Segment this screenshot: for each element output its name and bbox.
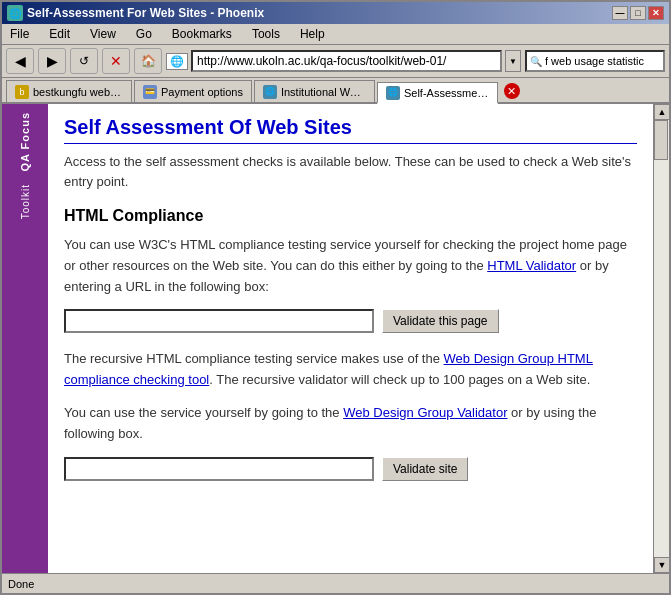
vertical-scrollbar: ▲ ▼ (653, 104, 669, 573)
toolbar: ◀ ▶ ↺ ✕ 🏠 🌐 ▼ 🔍 (2, 45, 669, 78)
status-text: Done (8, 578, 34, 590)
intro-paragraph: Access to the self assessment checks is … (64, 152, 637, 191)
section1-para2-end: . The recursive validator will check up … (209, 372, 590, 387)
forward-button[interactable]: ▶ (38, 48, 66, 74)
content-area: QA Focus Toolkit Self Assessment Of Web … (2, 104, 669, 573)
reload-button[interactable]: ↺ (70, 48, 98, 74)
menu-view[interactable]: View (86, 26, 120, 42)
url-input-2[interactable] (64, 457, 374, 481)
address-input[interactable] (191, 50, 502, 72)
close-button[interactable]: ✕ (648, 6, 664, 20)
web-design-group-validator-link[interactable]: Web Design Group Validator (343, 405, 507, 420)
url-input-1[interactable] (64, 309, 374, 333)
toolkit-label: Toolkit (20, 184, 31, 219)
tab-payment[interactable]: 💳 Payment options (134, 80, 252, 102)
menu-tools[interactable]: Tools (248, 26, 284, 42)
validate-site-row: Validate site (64, 457, 637, 481)
tab-label-2: Institutional Web Mana... (281, 86, 366, 98)
validate-site-button[interactable]: Validate site (382, 457, 468, 481)
section1-paragraph1: You can use W3C's HTML compliance testin… (64, 235, 637, 297)
validate-page-button[interactable]: Validate this page (382, 309, 499, 333)
tab-label-0: bestkungfu weblog » O... (33, 86, 123, 98)
scroll-track[interactable] (654, 120, 669, 557)
menu-go[interactable]: Go (132, 26, 156, 42)
section1-para2-start: The recursive HTML compliance testing se… (64, 351, 444, 366)
home-button[interactable]: 🏠 (134, 48, 162, 74)
tab-label-1: Payment options (161, 86, 243, 98)
tab-bestkungfu[interactable]: b bestkungfu weblog » O... (6, 80, 132, 102)
tab-icon-0: b (15, 85, 29, 99)
maximize-button[interactable]: □ (630, 6, 646, 20)
html-compliance-heading: HTML Compliance (64, 207, 637, 225)
status-bar: Done (2, 573, 669, 593)
back-button[interactable]: ◀ (6, 48, 34, 74)
menu-help[interactable]: Help (296, 26, 329, 42)
tab-icon-2: 🌐 (263, 85, 277, 99)
qa-focus-label: QA Focus (19, 112, 31, 172)
stop-button[interactable]: ✕ (102, 48, 130, 74)
window-title: Self-Assessment For Web Sites - Phoenix (27, 6, 264, 20)
scroll-down-button[interactable]: ▼ (654, 557, 669, 573)
html-validator-link[interactable]: HTML Validator (487, 258, 576, 273)
address-bar-container: 🌐 ▼ (166, 50, 521, 72)
section1-para3-start: You can use the service yourself by goin… (64, 405, 343, 420)
page-icon: 🌐 (170, 55, 184, 68)
main-content: Self Assessment Of Web Sites Access to t… (48, 104, 653, 573)
title-bar-left: 🌐 Self-Assessment For Web Sites - Phoeni… (7, 5, 264, 21)
scroll-up-button[interactable]: ▲ (654, 104, 669, 120)
tab-icon-3: 🌐 (386, 86, 400, 100)
menu-bar: File Edit View Go Bookmarks Tools Help (2, 24, 669, 45)
title-bar: 🌐 Self-Assessment For Web Sites - Phoeni… (2, 2, 669, 24)
page-title: Self Assessment Of Web Sites (64, 116, 637, 144)
tab-label-3: Self-Assessment Fo... (404, 87, 489, 99)
menu-bookmarks[interactable]: Bookmarks (168, 26, 236, 42)
minimize-button[interactable]: — (612, 6, 628, 20)
tab-icon-1: 💳 (143, 85, 157, 99)
tab-institutional[interactable]: 🌐 Institutional Web Mana... (254, 80, 375, 102)
browser-icon: 🌐 (7, 5, 23, 21)
scroll-thumb[interactable] (654, 120, 668, 160)
menu-file[interactable]: File (6, 26, 33, 42)
browser-window: 🌐 Self-Assessment For Web Sites - Phoeni… (0, 0, 671, 595)
address-dropdown[interactable]: ▼ (505, 50, 521, 72)
section1-paragraph2: The recursive HTML compliance testing se… (64, 349, 637, 391)
search-input[interactable] (545, 55, 655, 67)
qa-focus-sidebar: QA Focus Toolkit (2, 104, 48, 573)
close-all-tabs-button[interactable]: ✕ (504, 83, 520, 99)
validate-page-row: Validate this page (64, 309, 637, 333)
section1-paragraph3: You can use the service yourself by goin… (64, 403, 637, 445)
title-bar-controls: — □ ✕ (612, 6, 664, 20)
tab-self-assessment[interactable]: 🌐 Self-Assessment Fo... (377, 82, 498, 104)
tab-bar: b bestkungfu weblog » O... 💳 Payment opt… (2, 78, 669, 104)
search-icon: 🔍 (527, 56, 545, 67)
search-container: 🔍 (525, 50, 665, 72)
menu-edit[interactable]: Edit (45, 26, 74, 42)
address-icon-box: 🌐 (166, 53, 188, 70)
